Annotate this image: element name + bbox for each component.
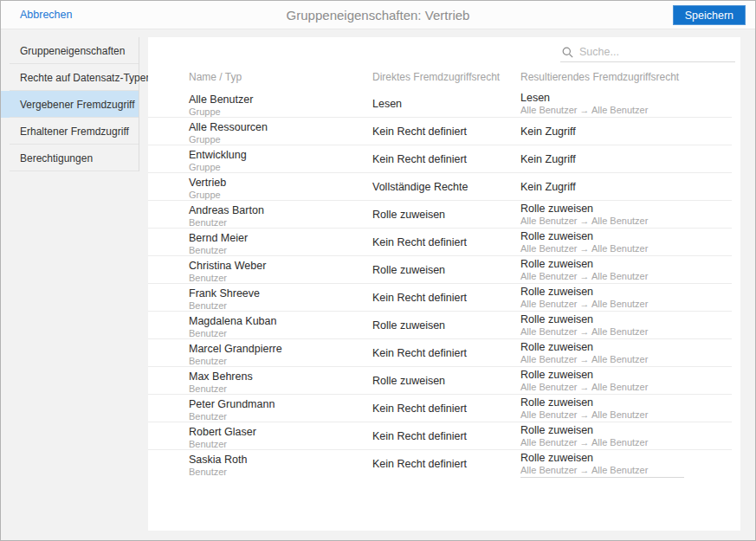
- name-cell: Entwicklung Gruppe: [148, 145, 372, 173]
- resulting-right-scope: Alle Benutzer → Alle Benutzer: [520, 299, 740, 310]
- row-name: Robert Glaser: [189, 426, 372, 438]
- row-name: Magdalena Kuban: [189, 315, 372, 327]
- direct-right-value: Kein Recht definiert: [372, 458, 520, 470]
- direct-right-cell[interactable]: Rolle zuweisen: [372, 367, 520, 395]
- name-cell: Andreas Barton Benutzer: [148, 201, 372, 229]
- sidebar-item-label: Berechtigungen: [20, 152, 93, 164]
- direct-right-cell[interactable]: Kein Recht definiert: [372, 229, 520, 256]
- direct-right-value: Rolle zuweisen: [372, 375, 520, 387]
- row-name: Peter Grundmann: [189, 398, 372, 410]
- table-row[interactable]: Magdalena Kuban Benutzer Rolle zuweisen …: [148, 312, 740, 339]
- sidebar-item[interactable]: Gruppeneigenschaften: [1, 37, 139, 64]
- search-box[interactable]: [560, 44, 735, 62]
- row-type: Benutzer: [189, 300, 372, 312]
- sidebar-item[interactable]: Vergebener Fremdzugriff: [1, 91, 139, 118]
- search-input[interactable]: [579, 46, 733, 58]
- table-row[interactable]: Andreas Barton Benutzer Rolle zuweisen R…: [148, 201, 740, 229]
- cancel-button[interactable]: Abbrechen: [20, 9, 72, 21]
- sidebar-item[interactable]: Rechte auf Datensatz-Typen: [1, 64, 139, 91]
- row-name: Marcel Grandpierre: [189, 343, 372, 355]
- direct-right-value: Kein Recht definiert: [372, 126, 520, 138]
- direct-right-value: Lesen: [372, 98, 520, 110]
- table-row[interactable]: Max Behrens Benutzer Rolle zuweisen Roll…: [148, 367, 740, 395]
- resulting-right-cell: Rolle zuweisen Alle Benutzer → Alle Benu…: [520, 395, 740, 422]
- row-name: Frank Shreeve: [189, 287, 372, 299]
- table-row[interactable]: Frank Shreeve Benutzer Kein Recht defini…: [148, 284, 740, 312]
- sidebar-menu: Gruppeneigenschaften Rechte auf Datensat…: [1, 37, 139, 171]
- resulting-right-value: Rolle zuweisen: [520, 203, 740, 215]
- direct-right-cell[interactable]: Vollständige Rechte: [372, 173, 520, 201]
- row-name: Saskia Roth: [189, 454, 372, 466]
- content-card: Name / Typ Direktes Fremdzugriffsrecht R…: [148, 37, 740, 531]
- direct-right-value: Kein Recht definiert: [372, 153, 520, 165]
- row-type: Benutzer: [189, 217, 372, 229]
- resulting-right-value: Rolle zuweisen: [520, 230, 740, 242]
- row-name: Alle Benutzer: [189, 93, 372, 106]
- direct-right-cell[interactable]: Kein Recht definiert: [372, 284, 520, 312]
- direct-right-cell[interactable]: Kein Recht definiert: [372, 339, 520, 367]
- name-cell: Alle Ressourcen Gruppe: [148, 118, 372, 145]
- resulting-right-scope: Alle Benutzer → Alle Benutzer: [520, 437, 740, 448]
- row-type: Gruppe: [189, 162, 372, 173]
- direct-right-cell[interactable]: Kein Recht definiert: [372, 145, 520, 173]
- sidebar-item-label: Erhaltener Fremdzugriff: [20, 126, 129, 138]
- direct-right-value: Rolle zuweisen: [372, 209, 520, 221]
- direct-right-cell[interactable]: Rolle zuweisen: [372, 256, 520, 284]
- sidebar-item[interactable]: Berechtigungen: [1, 145, 139, 171]
- name-cell: Peter Grundmann Benutzer: [148, 395, 372, 422]
- direct-right-cell[interactable]: Rolle zuweisen: [372, 201, 520, 229]
- name-cell: Marcel Grandpierre Benutzer: [148, 339, 372, 367]
- table-row[interactable]: Saskia Roth Benutzer Kein Recht definier…: [148, 450, 740, 478]
- direct-right-cell[interactable]: Kein Recht definiert: [372, 422, 520, 450]
- row-type: Benutzer: [189, 411, 372, 422]
- direct-right-cell[interactable]: Lesen: [372, 90, 520, 118]
- row-type: Benutzer: [189, 356, 372, 367]
- resulting-right-value: Rolle zuweisen: [520, 452, 740, 464]
- direct-right-cell[interactable]: Kein Recht definiert: [372, 450, 520, 478]
- resulting-right-cell: Rolle zuweisen Alle Benutzer → Alle Benu…: [520, 450, 740, 478]
- table-row[interactable]: Bernd Meier Benutzer Kein Recht definier…: [148, 229, 740, 256]
- name-cell: Magdalena Kuban Benutzer: [148, 312, 372, 339]
- resulting-right-value: Rolle zuweisen: [520, 396, 740, 409]
- resulting-right-value: Rolle zuweisen: [520, 258, 740, 270]
- table-row[interactable]: Robert Glaser Benutzer Kein Recht defini…: [148, 422, 740, 450]
- name-cell: Robert Glaser Benutzer: [148, 422, 372, 450]
- direct-right-cell[interactable]: Kein Recht definiert: [372, 118, 520, 145]
- resulting-right-cell: Rolle zuweisen Alle Benutzer → Alle Benu…: [520, 284, 740, 312]
- direct-right-value: Kein Recht definiert: [372, 403, 520, 415]
- row-type: Benutzer: [189, 328, 372, 339]
- direct-right-value: Rolle zuweisen: [372, 319, 520, 332]
- resulting-right-scope: Alle Benutzer → Alle Benutzer: [520, 216, 740, 227]
- table-row[interactable]: Marcel Grandpierre Benutzer Kein Recht d…: [148, 339, 740, 367]
- table-row[interactable]: Alle Benutzer Gruppe Lesen Lesen Alle Be…: [148, 90, 740, 118]
- row-name: Entwicklung: [189, 149, 372, 161]
- resulting-right-cell: Rolle zuweisen Alle Benutzer → Alle Benu…: [520, 339, 740, 367]
- sidebar-item-label: Vergebener Fremdzugriff: [20, 99, 135, 111]
- row-type: Gruppe: [189, 134, 372, 145]
- direct-right-cell[interactable]: Kein Recht definiert: [372, 395, 520, 422]
- direct-right-value: Rolle zuweisen: [372, 264, 520, 276]
- table-row[interactable]: Vertrieb Gruppe Vollständige Rechte Kein…: [148, 173, 740, 201]
- name-cell: Christina Weber Benutzer: [148, 256, 372, 284]
- table-row[interactable]: Entwicklung Gruppe Kein Recht definiert …: [148, 145, 740, 173]
- row-type: Benutzer: [189, 467, 372, 478]
- row-name: Andreas Barton: [189, 204, 372, 216]
- sidebar-item-label: Gruppeneigenschaften: [20, 45, 125, 57]
- resulting-right-value: Kein Zugriff: [520, 153, 740, 165]
- search-icon: [562, 47, 573, 58]
- sidebar-item[interactable]: Erhaltener Fremdzugriff: [1, 118, 139, 145]
- column-header-name-typ: Name / Typ: [148, 71, 372, 83]
- save-button[interactable]: Speichern: [673, 5, 746, 25]
- table-row[interactable]: Christina Weber Benutzer Rolle zuweisen …: [148, 256, 740, 284]
- resulting-right-scope: Alle Benutzer → Alle Benutzer: [520, 105, 740, 116]
- resulting-right-scope: Alle Benutzer → Alle Benutzer: [520, 271, 740, 282]
- resulting-right-value: Rolle zuweisen: [520, 369, 740, 381]
- table-row[interactable]: Peter Grundmann Benutzer Kein Recht defi…: [148, 395, 740, 422]
- row-name: Alle Ressourcen: [189, 121, 372, 133]
- row-type: Benutzer: [189, 273, 372, 284]
- direct-right-cell[interactable]: Rolle zuweisen: [372, 312, 520, 339]
- resulting-right-cell: Rolle zuweisen Alle Benutzer → Alle Benu…: [520, 229, 740, 256]
- row-type: Gruppe: [189, 106, 372, 118]
- row-type: Benutzer: [189, 245, 372, 256]
- table-row[interactable]: Alle Ressourcen Gruppe Kein Recht defini…: [148, 118, 740, 145]
